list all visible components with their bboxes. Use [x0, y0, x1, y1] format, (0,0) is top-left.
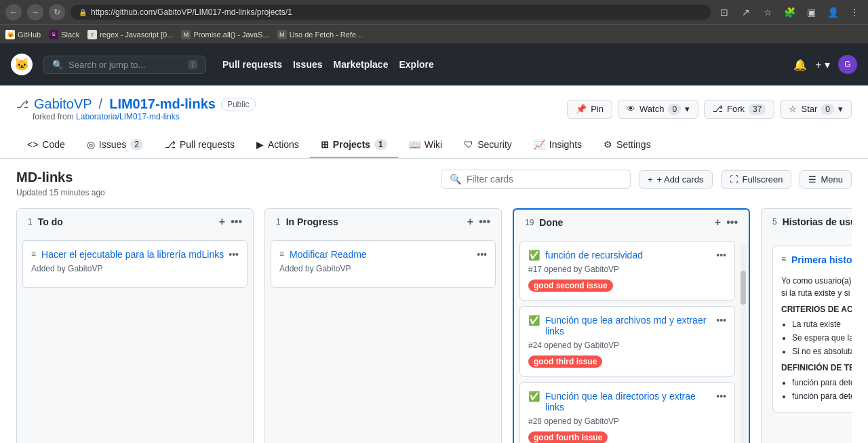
issues-count: 2: [130, 139, 143, 150]
done-card-2-title[interactable]: Función que lea archivos md y extraer li…: [545, 315, 716, 336]
pin-label: Pin: [591, 104, 604, 114]
tab-pull-requests[interactable]: ⎇ Pull requests: [154, 132, 245, 158]
profile-icon[interactable]: 👤: [825, 4, 841, 20]
bookmarks-bar: 🐱 GitHub S Slack r regex - Javascript [0…: [0, 24, 868, 43]
done-card-3-title[interactable]: Función que lea directorios y extrae lin…: [545, 391, 716, 412]
tab-actions[interactable]: ▶ Actions: [245, 132, 310, 158]
repo-forked-from: forked from Laboratoria/LIM017-md-links: [33, 112, 256, 121]
bookmark-regex[interactable]: r regex - Javascript [0...: [87, 30, 173, 39]
notification-bell[interactable]: 🔔: [793, 58, 807, 71]
pin-icon: 📌: [576, 104, 587, 114]
menu-icon[interactable]: ⋮: [846, 4, 863, 20]
user-avatar[interactable]: G: [838, 55, 857, 74]
plus-button[interactable]: + ▾: [815, 58, 830, 71]
tab-insights[interactable]: 📈 Insights: [523, 132, 593, 158]
menu-label: Menu: [821, 174, 843, 185]
bookmark-github[interactable]: 🐱 GitHub: [5, 30, 41, 39]
repo-owner[interactable]: GabitoVP: [34, 96, 92, 112]
in-progress-menu-button[interactable]: •••: [479, 216, 490, 228]
tab-code[interactable]: <> Code: [16, 132, 76, 158]
repo-forked-link[interactable]: Laboratoria/LIM017-md-links: [76, 112, 180, 121]
github-logo[interactable]: 🐱: [11, 54, 33, 75]
fullscreen-button[interactable]: ⛶ Fullscreen: [721, 170, 792, 189]
historias-card-1-title[interactable]: Primera historia de usuario: [791, 254, 852, 265]
back-button[interactable]: ←: [5, 4, 22, 20]
browser-bar: ← → ↻ 🔒 https://github.com/GabitoVP/LIM0…: [0, 0, 868, 24]
done-count: 19: [525, 218, 534, 227]
project-title: MD-links: [16, 170, 105, 185]
in-progress-column-body: ≡ Modificar Readme ••• Added by GabitoVP: [265, 235, 501, 443]
sidebar-toggle-icon[interactable]: ▣: [803, 4, 819, 20]
bookmark-fetch[interactable]: M Uso de Fetch - Refe...: [277, 30, 363, 39]
tab-wiki-label: Wiki: [425, 139, 442, 150]
star-dropdown-icon[interactable]: ▾: [838, 104, 843, 114]
in-progress-label: In Progress: [286, 216, 338, 227]
watch-count: 0: [668, 104, 681, 115]
done-scrollbar[interactable]: [741, 244, 746, 443]
nav-pull-requests[interactable]: Pull requests: [222, 59, 282, 70]
bookmark-promise[interactable]: M Promise.all() - JavaS...: [181, 30, 269, 39]
in-progress-add-button[interactable]: +: [467, 216, 473, 228]
repo-tab-nav: <> Code ◎ Issues 2 ⎇ Pull requests ▶ Act…: [16, 132, 852, 158]
nav-issues[interactable]: Issues: [293, 59, 323, 70]
issues-icon: ◎: [87, 139, 95, 150]
todo-card-1-menu[interactable]: •••: [229, 249, 239, 260]
done-add-button[interactable]: +: [715, 216, 721, 229]
historias-card-1: ≡ Primera historia de usuario ••• Yo com…: [772, 246, 852, 412]
url-bar[interactable]: 🔒 https://github.com/GabitoVP/LIM017-md-…: [71, 5, 711, 20]
project-info: MD-links Updated 15 minutes ago: [16, 170, 105, 197]
tab-projects[interactable]: ⊞ Projects 1: [310, 132, 398, 158]
reload-button[interactable]: ↻: [49, 4, 65, 20]
tab-security[interactable]: 🛡 Security: [453, 132, 523, 158]
todo-menu-button[interactable]: •••: [231, 216, 242, 228]
done-card-3-tag: good fourth issue: [528, 431, 608, 443]
nav-marketplace[interactable]: Marketplace: [334, 59, 389, 70]
search-bar[interactable]: 🔍 Search or jump to... /: [43, 56, 206, 74]
done-card-1-tag: good second issue: [528, 280, 613, 292]
share-icon[interactable]: ↗: [738, 4, 754, 20]
github-favicon: 🐱: [5, 30, 15, 39]
extension-icon[interactable]: 🧩: [781, 4, 797, 20]
in-progress-card-1-title[interactable]: Modificar Readme: [290, 249, 477, 260]
done-card-2-menu[interactable]: •••: [716, 315, 726, 326]
nav-explore[interactable]: Explore: [399, 59, 433, 70]
cast-icon[interactable]: ⊡: [716, 4, 732, 20]
in-progress-card-1-menu[interactable]: •••: [477, 249, 487, 260]
fullscreen-icon: ⛶: [730, 174, 738, 185]
tab-pr-label: Pull requests: [180, 139, 235, 150]
todo-card-1-icon: ≡: [31, 249, 36, 258]
bookmark-icon[interactable]: ☆: [760, 4, 776, 20]
done-menu-button[interactable]: •••: [726, 216, 738, 229]
bookmark-github-label: GitHub: [18, 31, 41, 39]
watch-button[interactable]: 👁 Watch 0 ▾: [618, 100, 698, 119]
in-progress-card-1-icon: ≡: [279, 249, 284, 258]
tab-issues-label: Issues: [99, 139, 126, 150]
tab-wiki[interactable]: 📖 Wiki: [398, 132, 453, 158]
done-card-1-title[interactable]: función de recursividad: [545, 250, 716, 261]
forward-button[interactable]: →: [27, 4, 43, 20]
fork-icon: ⎇: [713, 104, 723, 114]
watch-label: Watch: [639, 104, 664, 114]
menu-button[interactable]: ☰ Menu: [800, 170, 852, 189]
filter-cards-input[interactable]: 🔍: [441, 170, 631, 189]
tab-settings[interactable]: ⚙ Settings: [593, 132, 662, 158]
bookmark-slack[interactable]: S Slack: [49, 30, 79, 39]
todo-label: To do: [38, 216, 63, 227]
filter-input-field[interactable]: [467, 174, 622, 185]
todo-add-button[interactable]: +: [219, 216, 225, 228]
add-cards-button[interactable]: + + Add cards: [639, 170, 713, 189]
tab-issues[interactable]: ◎ Issues 2: [76, 132, 154, 158]
done-card-3-menu[interactable]: •••: [716, 391, 726, 402]
in-progress-count: 1: [276, 217, 281, 227]
fork-button[interactable]: ⎇ Fork 37: [704, 100, 774, 119]
repo-name[interactable]: LIM017-md-links: [109, 96, 216, 112]
security-icon: 🛡: [464, 139, 473, 150]
tab-insights-label: Insights: [549, 139, 582, 150]
done-card-1-menu[interactable]: •••: [716, 250, 726, 261]
done-scrollbar-thumb: [741, 271, 746, 305]
watch-dropdown-icon[interactable]: ▾: [685, 104, 690, 114]
star-button[interactable]: ☆ Star 0 ▾: [780, 100, 852, 119]
todo-card-1-title[interactable]: Hacer el ejecutable para la librería mdL…: [41, 249, 229, 260]
pin-button[interactable]: 📌 Pin: [567, 100, 612, 119]
column-done: 19 Done + ••• ✅ función de recursividad: [513, 208, 750, 443]
